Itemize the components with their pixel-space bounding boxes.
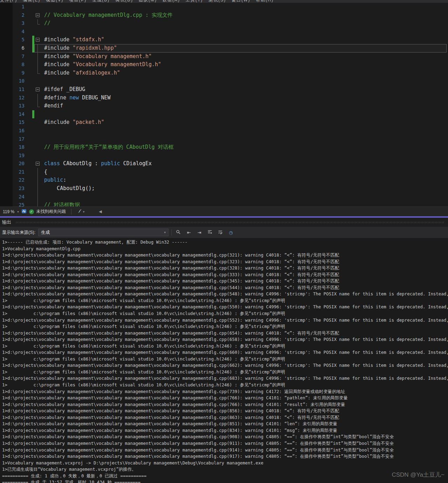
code-text[interactable]: // 用于应用程序“关于”菜单项的 CAboutDlg 对话框 (42, 143, 174, 152)
code-text[interactable]: { (42, 168, 47, 176)
output-line[interactable]: 1>已完成生成项目“Vocabulary management.vcxproj”… (0, 466, 448, 473)
output-line[interactable]: 1>d:\projects\vocabulary management\voca… (0, 401, 448, 408)
output-line[interactable]: 1>d:\projects\vocabulary management\voca… (0, 336, 448, 343)
code-text[interactable] (42, 135, 44, 144)
breakpoint-margin[interactable] (0, 168, 13, 176)
breakpoint-margin[interactable] (0, 61, 13, 69)
breakpoint-margin[interactable] (0, 28, 13, 36)
editor-line[interactable]: 8#include "Vocabulary managementDlg.h" (0, 61, 448, 69)
output-line[interactable]: 1>d:\projects\vocabulary management\voca… (0, 362, 448, 369)
output-line[interactable]: 1>d:\projects\vocabulary management\voca… (0, 440, 448, 447)
editor-line[interactable]: 9#include "afxdialogex.h" (0, 69, 448, 77)
clear-all-button[interactable] (206, 229, 214, 236)
code-text[interactable]: #include "Vocabulary managementDlg.h" (42, 61, 161, 69)
breakpoint-margin[interactable] (0, 11, 13, 20)
code-text[interactable]: // Vocabulary managementDlg.cpp : 实现文件 (42, 11, 173, 20)
code-text[interactable]: public: (42, 176, 66, 184)
editor-line[interactable]: 17 (0, 135, 448, 144)
breakpoint-margin[interactable] (0, 110, 13, 119)
editor-line[interactable]: 16 (0, 127, 448, 135)
code-text[interactable]: #include "Vocabulary management.h" (42, 52, 152, 61)
editor-line[interactable]: 11−#ifdef _DEBUG (0, 85, 448, 94)
editor-line[interactable]: 13#endif (0, 102, 448, 110)
editor-line[interactable]: 20−class CAboutDlg : public CDialogEx (0, 160, 448, 168)
code-cleanup-button[interactable]: ▾ (77, 209, 85, 215)
code-text[interactable]: #include "rapidxml.hpp" (42, 44, 117, 52)
output-line[interactable]: ========== 生成 于 13:57 完成，耗时 10.434 秒 ===… (0, 479, 448, 483)
code-text[interactable]: #endif (42, 102, 63, 110)
output-line[interactable]: 1>d:\projects\vocabulary management\voca… (0, 304, 448, 310)
output-line[interactable]: 1>------ 已启动生成: 项目: Vocabulary managemen… (0, 239, 448, 246)
output-source-select[interactable]: 生成 ▾ (38, 229, 168, 236)
breakpoint-margin[interactable] (0, 152, 13, 160)
breakpoint-margin[interactable] (0, 176, 13, 184)
output-line[interactable]: 1>d:\projects\vocabulary management\voca… (0, 285, 448, 291)
editor-line[interactable]: 4 (0, 28, 448, 36)
find-message-button[interactable] (174, 229, 182, 236)
code-text[interactable]: // (42, 19, 50, 28)
editor-line[interactable]: 2−// Vocabulary managementDlg.cpp : 实现文件 (0, 11, 448, 20)
editor-line[interactable]: 23 CAboutDlg(); (0, 184, 448, 193)
output-line[interactable]: 1>d:\projects\vocabulary management\voca… (0, 259, 448, 265)
breakpoint-margin[interactable] (0, 77, 13, 85)
output-line[interactable]: 1>d:\projects\vocabulary management\voca… (0, 317, 448, 324)
breakpoint-margin[interactable] (0, 69, 13, 77)
code-text[interactable]: class CAboutDlg : public CDialogEx (42, 160, 152, 168)
output-line[interactable]: 1>Vocabulary managementDlg.cpp (0, 246, 448, 252)
output-line[interactable]: 1>d:\projects\vocabulary management\voca… (0, 453, 448, 460)
breakpoint-margin[interactable] (0, 135, 13, 144)
next-message-button[interactable]: ⇥ (195, 229, 203, 236)
breakpoint-margin[interactable] (0, 19, 13, 28)
code-editor[interactable]: 12−// Vocabulary managementDlg.cpp : 实现文… (0, 3, 448, 206)
output-line[interactable]: 1>d:\projects\vocabulary management\voca… (0, 421, 448, 427)
output-line[interactable]: 1>d:\projects\vocabulary management\voca… (0, 291, 448, 298)
timestamp-toggle-button[interactable]: ◷ (227, 229, 235, 236)
fold-collapse-icon[interactable]: − (36, 13, 40, 17)
output-line[interactable]: 1>d:\projects\vocabulary management\voca… (0, 434, 448, 440)
editor-line[interactable]: 22public: (0, 176, 448, 184)
output-line[interactable]: 1>d:\projects\vocabulary management\voca… (0, 330, 448, 337)
previous-message-button[interactable]: ⇤ (185, 229, 193, 236)
code-text[interactable] (42, 28, 44, 36)
output-line[interactable]: 1>d:\projects\vocabulary management\voca… (0, 349, 448, 356)
editor-line[interactable]: 7#include "Vocabulary management.h" (0, 52, 448, 61)
output-pane[interactable]: 1>------ 已启动生成: 项目: Vocabulary managemen… (0, 238, 448, 483)
output-line[interactable]: 1>Vocabulary management.vcxproj -> D:\pr… (0, 460, 448, 467)
breakpoint-margin[interactable] (0, 193, 13, 201)
code-text[interactable] (42, 152, 44, 160)
editor-line[interactable]: 25// 对话框数据 (0, 201, 448, 206)
output-line[interactable]: 1>d:\projects\vocabulary management\voca… (0, 395, 448, 401)
fold-collapse-icon[interactable]: − (36, 38, 40, 42)
output-line[interactable]: 1> c:\program files (x86)\microsoft visu… (0, 298, 448, 304)
code-text[interactable]: CAboutDlg(); (42, 184, 95, 193)
output-line[interactable]: 1> c:\program files (x86)\microsoft visu… (0, 343, 448, 350)
output-line[interactable]: 1>d:\projects\vocabulary management\voca… (0, 278, 448, 285)
word-wrap-button[interactable] (216, 229, 224, 236)
output-line[interactable]: 1> c:\program files (x86)\microsoft visu… (0, 323, 448, 330)
document-health-icon[interactable] (21, 209, 27, 215)
breakpoint-margin[interactable] (0, 102, 13, 110)
output-line[interactable]: 1> c:\program files (x86)\microsoft visu… (0, 310, 448, 317)
editor-line[interactable]: 19 (0, 152, 448, 160)
breakpoint-margin[interactable] (0, 44, 13, 52)
output-line[interactable]: 1> c:\program files (x86)\microsoft visu… (0, 356, 448, 363)
breakpoint-margin[interactable] (0, 201, 13, 206)
code-text[interactable] (42, 77, 44, 85)
output-line[interactable]: 1>d:\projects\vocabulary management\voca… (0, 388, 448, 395)
breakpoint-margin[interactable] (0, 3, 13, 11)
output-line[interactable]: 1>d:\projects\vocabulary management\voca… (0, 447, 448, 454)
output-line[interactable]: 1>d:\projects\vocabulary management\voca… (0, 375, 448, 382)
code-text[interactable] (42, 110, 44, 119)
breakpoint-margin[interactable] (0, 36, 13, 44)
code-text[interactable]: #define new DEBUG_NEW (42, 94, 111, 102)
editor-line[interactable]: 12#define new DEBUG_NEW (0, 94, 448, 102)
editor-line[interactable]: 5−#include "stdafx.h" (0, 36, 448, 44)
breakpoint-margin[interactable] (0, 85, 13, 94)
output-line[interactable]: 1>d:\projects\vocabulary management\voca… (0, 408, 448, 414)
editor-line[interactable]: 1 (0, 3, 448, 11)
code-text[interactable]: #ifdef _DEBUG (42, 85, 85, 94)
breakpoint-margin[interactable] (0, 94, 13, 102)
breakpoint-margin[interactable] (0, 127, 13, 135)
output-line[interactable]: 1>d:\projects\vocabulary management\voca… (0, 265, 448, 272)
zoom-control[interactable]: 119 % ▾ (3, 209, 19, 214)
